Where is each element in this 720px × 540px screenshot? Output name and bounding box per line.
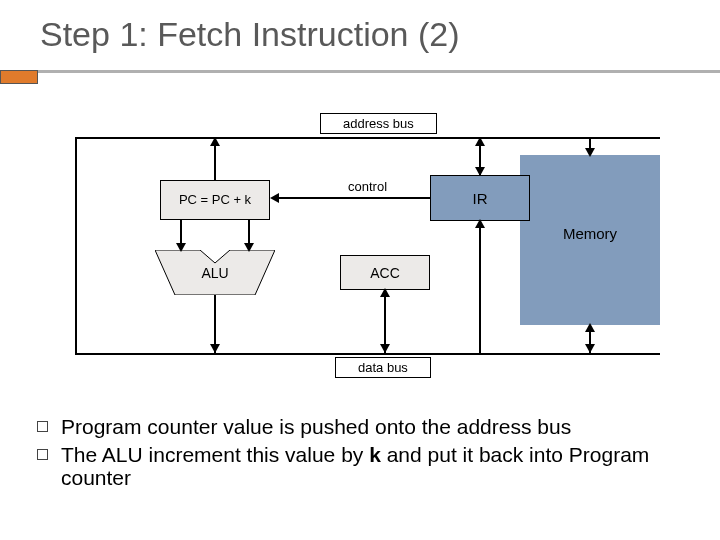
alu-label: ALU [201,265,228,281]
ir-to-addr-up [475,137,485,146]
bus-left-edge [75,137,77,355]
alu-block: ALU [155,250,275,295]
data-bus-line [75,353,660,355]
horizontal-rule [0,70,720,73]
alu-in-left-arrow [176,243,186,252]
control-arrow [270,193,279,203]
ir-data-line [479,221,481,353]
ir-box: IR [430,175,530,221]
mem-data-down [585,344,595,353]
memory-block: Memory [520,155,660,325]
ir-data-arrow [475,219,485,228]
mem-data-up [585,323,595,332]
list-item: The ALU increment this value by k and pu… [35,443,695,490]
diagram-stage: Memory address bus data bus PC = PC + k … [60,95,660,395]
ir-to-addr-down [475,167,485,176]
acc-data-up [380,288,390,297]
bullet-list: Program counter value is pushed onto the… [35,415,695,494]
control-line [278,197,430,199]
acc-box: ACC [340,255,430,290]
slide-title: Step 1: Fetch Instruction (2) [40,15,460,54]
address-bus-line [75,137,660,139]
accent-bar [0,70,38,84]
data-bus-label: data bus [335,357,431,378]
control-label: control [348,179,387,194]
list-item: Program counter value is pushed onto the… [35,415,695,439]
bullet-text-pre: The ALU increment this value by [61,443,369,466]
acc-data-down [380,344,390,353]
bullet-text: Program counter value is pushed onto the… [61,415,571,438]
bullet-text-bold: k [369,443,381,466]
pc-to-addr-arrow [210,137,220,146]
mem-addr-arrow [585,148,595,157]
pc-box: PC = PC + k [160,180,270,220]
alu-out-arrow [210,344,220,353]
alu-in-right-arrow [244,243,254,252]
address-bus-label: address bus [320,113,437,134]
